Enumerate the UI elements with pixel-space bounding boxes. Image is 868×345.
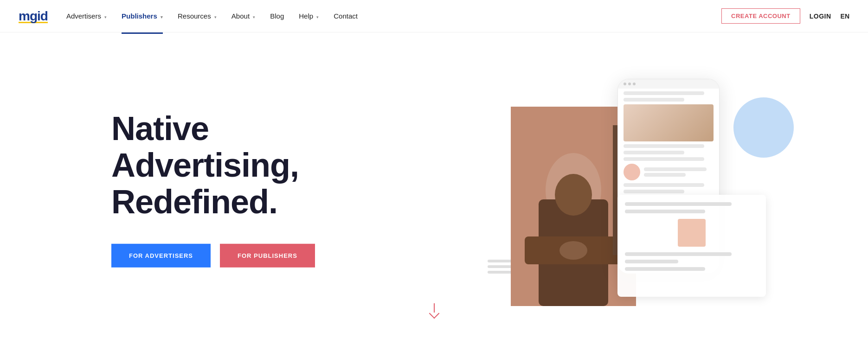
nav-blog[interactable]: Blog [270,10,284,22]
feed-line [625,210,705,213]
for-advertisers-button[interactable]: FOR ADVERTISERS [111,243,211,267]
feed-line [625,252,732,256]
phone-content-line [624,151,684,154]
chevron-icon: ▾ [104,15,107,19]
phone-content-line [644,167,707,171]
feed-card [617,195,766,297]
feed-line [625,202,732,206]
phone-card-text [644,167,714,177]
main-nav: Advertisers ▾ Publishers ▾ Resources ▾ A… [66,10,721,22]
nav-advertisers[interactable]: Advertisers ▾ [66,10,107,22]
feed-line [625,267,705,271]
phone-content-line [624,91,704,95]
phone-content-line [624,190,684,193]
header: mgid Advertisers ▾ Publishers ▾ Resource… [0,0,868,32]
chevron-icon: ▾ [253,15,255,19]
for-publishers-button[interactable]: FOR PUBLISHERS [220,243,315,267]
nav-help[interactable]: Help ▾ [299,10,319,22]
hero-title: NativeAdvertising,Redefined. [111,110,315,221]
nav-about[interactable]: About ▾ [231,10,255,22]
status-dot [624,83,626,85]
status-dot [633,83,636,85]
scroll-down-arrow[interactable] [431,303,438,317]
create-account-button[interactable]: CREATE ACCOUNT [721,8,800,24]
phone-content-line [644,173,686,177]
phone-card-row [624,164,714,180]
hero-content: NativeAdvertising,Redefined. FOR ADVERTI… [111,110,315,268]
arrow-down-icon [429,308,439,319]
chevron-icon: ▾ [161,15,163,19]
phone-content-line [624,157,704,161]
hero-section: NativeAdvertising,Redefined. FOR ADVERTI… [0,32,868,345]
hero-illustration [450,32,868,345]
header-actions: CREATE ACCOUNT LOGIN EN [721,8,849,24]
logo[interactable]: mgid [19,9,48,23]
phone-content-line [624,183,704,187]
phone-content-line [624,98,684,102]
feed-card-image [678,219,706,247]
feed-line [625,260,678,263]
blue-circle-decoration [733,97,794,158]
nav-contact[interactable]: Contact [334,10,358,22]
login-link[interactable]: LOGIN [810,13,831,20]
chevron-icon: ▾ [316,15,319,19]
nav-publishers[interactable]: Publishers ▾ [122,10,163,22]
nav-resources[interactable]: Resources ▾ [178,10,217,22]
status-dot [628,83,631,85]
hero-buttons: FOR ADVERTISERS FOR PUBLISHERS [111,243,315,267]
language-selector[interactable]: EN [841,13,849,20]
phone-status-bar [618,79,719,89]
chevron-icon: ▾ [214,15,217,19]
phone-content-line [624,144,704,148]
phone-avatar [624,164,640,180]
phone-image-placeholder [624,104,714,141]
